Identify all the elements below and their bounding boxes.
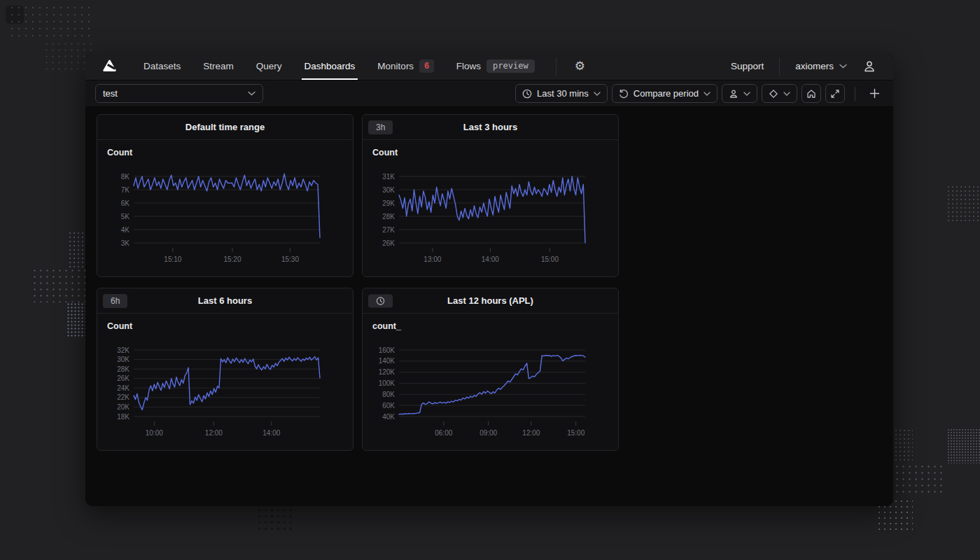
- svg-text:15:10: 15:10: [164, 255, 181, 263]
- svg-text:12:00: 12:00: [522, 429, 540, 437]
- chevron-down-icon: [704, 92, 710, 96]
- chevron-down-icon: [783, 92, 790, 96]
- nav-label: Stream: [203, 61, 234, 71]
- panel-last-3-hours: 3h Last 3 hours Count 31K30K29K28K27K26K…: [362, 114, 619, 277]
- svg-text:100K: 100K: [379, 379, 396, 387]
- axiom-logo[interactable]: [102, 52, 117, 80]
- svg-text:140K: 140K: [379, 357, 396, 365]
- support-link[interactable]: Support: [731, 61, 764, 71]
- nav-label: Flows: [456, 61, 481, 71]
- svg-text:18K: 18K: [117, 413, 130, 421]
- chevron-down-icon: [839, 64, 847, 69]
- compare-period-button[interactable]: Compare period: [612, 84, 718, 103]
- svg-text:28K: 28K: [117, 365, 130, 373]
- view-options-button[interactable]: [762, 84, 797, 103]
- svg-text:14:00: 14:00: [482, 255, 499, 263]
- nav-label: Monitors: [377, 61, 414, 71]
- nav-item-query[interactable]: Query: [245, 52, 293, 80]
- svg-text:80K: 80K: [382, 391, 395, 398]
- clock-icon: [522, 89, 532, 99]
- svg-text:13:00: 13:00: [424, 255, 441, 263]
- panel-header: 3h Last 3 hours: [363, 115, 618, 140]
- chevron-down-icon: [594, 92, 601, 96]
- dashboard-select[interactable]: test: [95, 84, 263, 103]
- settings-gear-button[interactable]: ⚙: [556, 52, 603, 80]
- svg-text:14:00: 14:00: [262, 429, 280, 437]
- svg-text:28K: 28K: [382, 213, 395, 220]
- svg-text:15:20: 15:20: [223, 255, 241, 263]
- diamond-icon: [769, 89, 778, 99]
- panel-last-6-hours: 6h Last 6 hours Count 32K30K28K26K24K22K…: [97, 288, 354, 451]
- nav-item-flows[interactable]: Flows preview: [445, 52, 546, 80]
- time-range-badge-clock: [368, 294, 393, 307]
- series-label: count_: [363, 314, 618, 331]
- org-switcher[interactable]: axiomers: [795, 61, 847, 71]
- dots-decoration: [946, 185, 980, 221]
- panel-header: 6h Last 6 hours: [97, 288, 353, 314]
- svg-text:30K: 30K: [117, 356, 130, 363]
- dots-decoration: [894, 428, 913, 461]
- history-icon: [619, 89, 629, 99]
- panel-header: Last 12 hours (APL): [363, 288, 618, 314]
- svg-text:40K: 40K: [382, 413, 395, 421]
- line-chart[interactable]: 160K140K120K100K80K60K40K06:0009:0012:00…: [363, 335, 608, 440]
- plus-icon: [869, 88, 880, 99]
- line-chart[interactable]: 31K30K29K28K27K26K13:0014:0015:00: [363, 162, 608, 267]
- svg-text:31K: 31K: [382, 173, 395, 181]
- svg-text:15:00: 15:00: [567, 429, 584, 437]
- time-range-badge: 3h: [368, 120, 393, 134]
- clock-icon: [376, 296, 385, 305]
- expand-button[interactable]: [825, 84, 845, 103]
- svg-text:26K: 26K: [382, 239, 395, 247]
- home-button[interactable]: [802, 84, 821, 103]
- org-name: axiomers: [795, 61, 834, 71]
- dots-decoration: [894, 463, 944, 494]
- svg-text:5K: 5K: [121, 213, 130, 220]
- panel-header: Default time range: [97, 115, 353, 140]
- series-label: Count: [363, 140, 618, 158]
- dashboard-toolbar: test Last 30 mins Compare period: [85, 80, 893, 107]
- svg-text:32K: 32K: [117, 346, 130, 354]
- svg-text:160K: 160K: [379, 346, 396, 354]
- svg-text:22K: 22K: [117, 393, 130, 401]
- svg-text:26K: 26K: [117, 374, 130, 382]
- monitors-count-badge: 6: [419, 59, 434, 72]
- svg-text:6K: 6K: [121, 200, 130, 207]
- svg-text:20K: 20K: [117, 403, 130, 411]
- nav-label: Query: [256, 61, 282, 71]
- panel-default-time-range: Default time range Count 8K7K6K5K4K3K15:…: [97, 114, 354, 277]
- svg-text:8K: 8K: [121, 173, 130, 181]
- svg-text:06:00: 06:00: [435, 429, 452, 437]
- gear-icon: ⚙: [575, 59, 585, 74]
- time-range-button[interactable]: Last 30 mins: [515, 84, 608, 103]
- add-panel-button[interactable]: [865, 85, 883, 103]
- compare-period-label: Compare period: [634, 88, 699, 99]
- nav-item-stream[interactable]: Stream: [192, 52, 245, 80]
- svg-text:27K: 27K: [382, 226, 395, 234]
- line-chart[interactable]: 32K30K28K26K24K22K20K18K10:0012:0014:00: [97, 335, 343, 440]
- home-icon: [806, 89, 816, 99]
- line-chart[interactable]: 8K7K6K5K4K3K15:1015:2015:30: [97, 162, 343, 267]
- nav-item-dashboards[interactable]: Dashboards: [293, 52, 367, 80]
- panel-last-12-hours-apl: Last 12 hours (APL) count_ 160K140K120K1…: [362, 288, 619, 451]
- user-filter-button[interactable]: [722, 84, 757, 103]
- dots-decoration: [256, 507, 291, 533]
- time-range-badge: 6h: [103, 294, 127, 308]
- svg-text:3K: 3K: [121, 239, 130, 247]
- svg-text:10:00: 10:00: [146, 429, 163, 437]
- svg-text:60K: 60K: [382, 402, 395, 410]
- nav-item-datasets[interactable]: Datasets: [132, 52, 192, 80]
- nav-label: Datasets: [144, 61, 181, 71]
- preview-badge: preview: [486, 59, 535, 73]
- expand-icon: [830, 89, 840, 99]
- svg-text:15:30: 15:30: [281, 255, 299, 263]
- svg-text:120K: 120K: [379, 368, 396, 376]
- nav-item-monitors[interactable]: Monitors 6: [366, 52, 444, 80]
- user-profile-button[interactable]: [862, 59, 876, 74]
- nav-label: Dashboards: [304, 61, 356, 71]
- corner-square-decoration: [6, 6, 24, 24]
- panel-title: Default time range: [186, 122, 265, 132]
- series-label: Count: [97, 140, 353, 158]
- person-icon: [729, 89, 738, 99]
- dots-decoration: [31, 267, 92, 302]
